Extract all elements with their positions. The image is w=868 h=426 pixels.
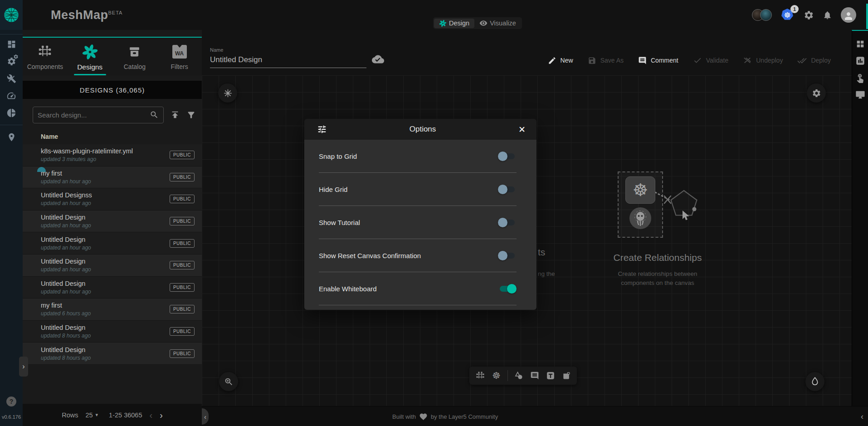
tab-components[interactable]: Components (23, 38, 68, 75)
canvas-actions-toolbar: New Save As Comment Validate Undeploy De… (548, 53, 831, 68)
design-row[interactable]: my first updated 6 hours ago PUBLIC (23, 299, 202, 321)
nav-configuration[interactable] (0, 70, 23, 87)
nav-dashboard[interactable] (0, 35, 23, 53)
option-row: Show Tutorial (319, 206, 517, 239)
display-button[interactable] (855, 90, 865, 100)
filter-button[interactable] (186, 110, 196, 120)
comment-tool[interactable] (530, 371, 539, 380)
text-icon (546, 371, 555, 380)
shapes-icon (514, 371, 523, 380)
media-tool[interactable] (562, 371, 571, 380)
search-input[interactable] (38, 111, 150, 119)
design-name: k8s-wasm-plugin-ratelimiter.yml (41, 147, 133, 155)
comment-button[interactable]: Comment (638, 56, 678, 65)
footer-collapse-left[interactable]: ‹ (202, 408, 209, 425)
tab-filters[interactable]: WA Filters (157, 38, 202, 75)
validate-button[interactable]: Validate (693, 56, 729, 65)
visibility-badge: PUBLIC (170, 261, 195, 269)
tab-designs[interactable]: Designs (68, 38, 112, 75)
design-name: Untitled Design (41, 346, 91, 353)
tab-catalog[interactable]: Catalog (112, 38, 157, 75)
text-tool[interactable] (546, 371, 555, 380)
nav-extensions[interactable] (0, 104, 23, 122)
whiteboard-toolbar: ☸ (469, 367, 577, 385)
nav-location[interactable] (0, 128, 23, 146)
wasm-icon: WA (172, 44, 187, 60)
app-title: MeshMapBETA (51, 8, 122, 22)
touch-icon (855, 73, 865, 83)
prev-page-button[interactable]: ‹ (149, 411, 152, 420)
help-button[interactable]: ? (6, 397, 16, 406)
interaction-button[interactable] (855, 73, 865, 83)
tab-design[interactable]: Design (434, 19, 474, 28)
canvas-options-button[interactable] (807, 83, 826, 103)
design-row[interactable]: Untitled Design updated 8 hours ago PUBL… (23, 343, 202, 365)
toggle-switch[interactable] (498, 251, 517, 260)
page-range: 1-25 36065 (109, 411, 142, 419)
undeploy-button[interactable]: Undeploy (743, 56, 783, 65)
canvas-config-button[interactable] (218, 83, 237, 103)
toggle-switch[interactable] (498, 218, 517, 227)
kubernetes-context-button[interactable]: ☸ 1 (780, 8, 795, 22)
charts-button[interactable] (855, 56, 865, 66)
tab-visualize[interactable]: Visualize (474, 18, 521, 28)
design-row[interactable]: Untitled Designss updated an hour ago PU… (23, 188, 202, 211)
settings-button[interactable] (804, 10, 814, 20)
shapes-tool[interactable] (514, 371, 523, 380)
comment-icon (530, 371, 539, 380)
design-row[interactable]: Untitled Design updated 8 hours ago PUBL… (23, 321, 202, 343)
design-updated: updated 8 hours ago (41, 333, 91, 339)
nav-lifecycle[interactable] (0, 53, 23, 70)
design-updated: updated 8 hours ago (41, 355, 91, 361)
nav-performance[interactable] (0, 87, 23, 104)
comment-icon (638, 56, 647, 65)
import-design-button[interactable] (170, 110, 180, 120)
deploy-drop-button[interactable] (805, 372, 824, 391)
design-row[interactable]: k8s-wasm-plugin-ratelimiter.yml updated … (23, 144, 202, 166)
user-avatar[interactable] (841, 7, 856, 23)
layer5-logo[interactable] (0, 0, 23, 30)
widgets-button[interactable] (855, 39, 865, 49)
footer-collapse-right[interactable]: ‹ (861, 406, 863, 426)
catalog-archive-icon (127, 44, 141, 60)
design-row[interactable]: Untitled Design updated an hour ago PUBL… (23, 277, 202, 299)
component-tool[interactable] (475, 371, 485, 381)
collaborator-avatars[interactable] (752, 9, 772, 21)
design-row[interactable]: my first updated an hour ago PUBLIC (23, 166, 202, 189)
option-row: Show Reset Canvas Confirmation (319, 239, 517, 272)
design-row[interactable]: Untitled Design updated an hour ago PUBL… (23, 232, 202, 255)
person-icon (843, 10, 854, 21)
visibility-badge: PUBLIC (170, 327, 195, 336)
toggle-switch[interactable] (498, 185, 517, 194)
zoom-button[interactable] (219, 372, 238, 391)
design-updated: updated 3 minutes ago (41, 156, 133, 162)
new-button[interactable]: New (548, 56, 573, 65)
rows-per-page-select[interactable]: 25 ▾ (85, 411, 98, 419)
designs-sidebar: Components Designs Catalog WA Filters DE… (23, 30, 202, 426)
design-name-input[interactable] (210, 54, 366, 68)
deploy-button[interactable]: Deploy (797, 56, 831, 65)
toggle-switch[interactable] (498, 152, 517, 161)
right-tool-rail (852, 30, 868, 406)
notifications-button[interactable] (823, 10, 832, 20)
components-chip-icon (37, 44, 53, 60)
designs-count-header: DESIGNS (36,065) (23, 81, 202, 99)
close-icon[interactable]: ✕ (518, 125, 526, 134)
designs-pinwheel-icon (82, 44, 98, 60)
design-name-group: Name (210, 47, 384, 68)
chip-icon (475, 371, 485, 381)
visibility-badge: PUBLIC (170, 195, 195, 203)
tools-icon (7, 74, 16, 83)
toggle-switch[interactable] (498, 284, 517, 294)
save-as-button[interactable]: Save As (588, 56, 624, 65)
heart-icon (419, 412, 428, 421)
chevron-down-icon: ▾ (96, 412, 98, 418)
option-row: Hide Grid (319, 173, 517, 206)
gear-icon (804, 10, 814, 20)
panel-expand-handle[interactable]: › (19, 357, 28, 377)
kubernetes-tool[interactable]: ☸ (492, 371, 501, 381)
hidden-hint-title-fragment: ts (538, 247, 545, 258)
design-row[interactable]: Untitled Design updated an hour ago PUBL… (23, 255, 202, 277)
next-page-button[interactable]: › (160, 411, 163, 420)
design-row[interactable]: Untitled Design updated an hour ago PUBL… (23, 211, 202, 233)
